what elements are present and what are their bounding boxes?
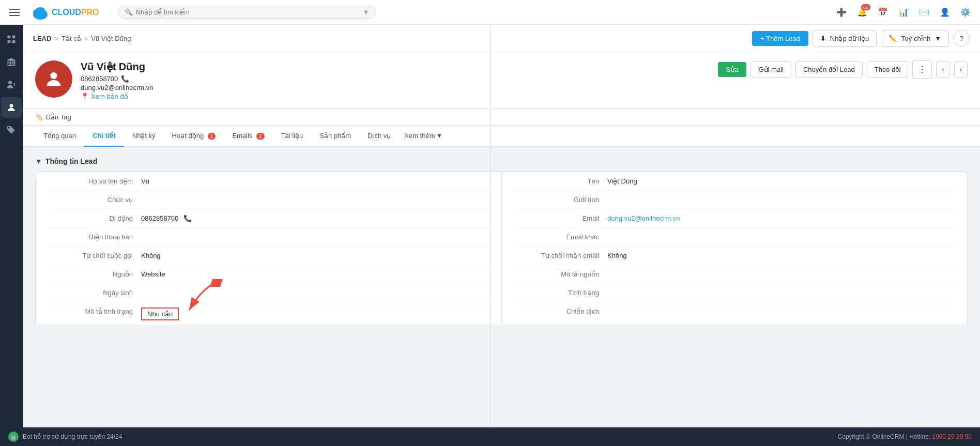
add-button[interactable]: ➕ [833, 4, 850, 21]
tag-button[interactable]: 🏷️ Gắn Tag [35, 113, 968, 125]
tab-emails[interactable]: Emails 1 [224, 126, 272, 147]
svg-rect-4 [12, 36, 16, 39]
breadcrumb-sep2: > [84, 35, 88, 42]
value-ten: Việt Dũng [607, 177, 955, 185]
tab-dichvu[interactable]: Dịch vụ [359, 126, 399, 147]
add-lead-button[interactable]: + Thêm Lead [752, 31, 808, 46]
convert-lead-button[interactable]: Chuyển đổi Lead [795, 61, 863, 78]
send-mail-button[interactable]: Gửi mail [751, 61, 791, 78]
sidebar-item-contacts[interactable] [1, 74, 22, 95]
breadcrumb-all[interactable]: Tất cả [62, 35, 81, 42]
info-grid: Họ và tên đệm Vũ Chức vụ Di động 0862858… [36, 172, 967, 326]
search-input[interactable] [136, 8, 360, 16]
field-di-dong: Di động 0862858700 📞 [48, 209, 489, 228]
tab-nhatky[interactable]: Nhật ký [124, 126, 164, 147]
copyright: Copyright © OnlineCRM | Hotline: 1900 29… [838, 433, 972, 440]
profile-map-link[interactable]: 📍 Xem bản đồ [81, 93, 718, 100]
tab-xemthem[interactable]: Xem thêm ▼ [399, 126, 448, 147]
label-ho-va-ten-dem: Họ và tên đệm [48, 177, 141, 185]
label-mo-ta-tinh-trang: Mô tả tình trạng [48, 307, 141, 315]
notification-badge: 65 [861, 4, 870, 10]
value-mo-ta-tinh-trang: Nhu cầu [141, 307, 489, 320]
field-tu-choi-nhan-email: Từ chối nhận email Không [514, 247, 955, 265]
value-tu-choi-nhan-email: Không [607, 252, 955, 259]
menu-button[interactable] [6, 4, 23, 21]
help-button[interactable]: ? [953, 30, 970, 47]
map-pin-icon: 📍 [81, 93, 89, 100]
label-email: Email [514, 214, 607, 222]
tab-chitiet[interactable]: Chi tiết [84, 126, 124, 147]
next-button[interactable]: › [954, 61, 968, 78]
svg-point-8 [10, 104, 13, 107]
breadcrumb-sep1: > [54, 35, 58, 42]
avatar [35, 60, 72, 98]
section-toggle-icon[interactable]: ▼ [35, 157, 42, 165]
phone-call-icon[interactable]: 📞 [183, 214, 192, 222]
field-tinh-trang: Tình trạng [514, 284, 955, 302]
tab-hoatdong[interactable]: Hoạt động 1 [164, 126, 224, 147]
search-bar: 🔍 ▼ [118, 6, 376, 19]
chevron-down-icon: ▼ [436, 132, 443, 140]
profile-header: Vũ Việt Dũng 0862858700 📞 dung.vu2@onlin… [23, 52, 980, 109]
search-dropdown-arrow[interactable]: ▼ [363, 8, 370, 16]
sidebar-item-tag[interactable] [1, 120, 22, 141]
field-nguon: Nguồn Website [48, 265, 489, 284]
tab-tailieu[interactable]: Tài liệu [273, 126, 312, 147]
field-ho-va-ten-dem: Họ và tên đệm Vũ [48, 172, 489, 191]
edit-button[interactable]: Sửa [718, 62, 747, 77]
user-profile-icon[interactable]: 👤 [937, 4, 953, 21]
search-icon: 🔍 [125, 8, 133, 16]
field-gioi-tinh: Giới tính [514, 191, 955, 209]
prev-button[interactable]: ‹ [936, 61, 950, 78]
phone-icon: 📞 [121, 75, 129, 83]
bot-icon: 🤖 [8, 432, 19, 442]
import-button[interactable]: ⬇ Nhập dữ liệu [813, 30, 877, 47]
tab-tongguan[interactable]: Tổng quan [35, 126, 84, 147]
hotline[interactable]: 1900 29 29 90 [932, 433, 972, 440]
field-dien-thoai-ban: Điện thoại bàn [48, 228, 489, 247]
mail-icon[interactable]: ✉️ [916, 4, 932, 21]
logo-pro: PRO [81, 8, 99, 17]
breadcrumb-current: Vũ Việt Dũng [91, 35, 131, 42]
help-label: ? [959, 35, 963, 42]
field-ngay-sinh: Ngày sinh [48, 284, 489, 302]
bell-icon[interactable]: 🔔 65 [854, 4, 870, 21]
value-ho-va-ten-dem: Vũ [141, 177, 489, 185]
svg-point-7 [8, 81, 12, 85]
settings-icon[interactable]: ⚙️ [957, 4, 974, 21]
svg-rect-5 [8, 40, 11, 43]
tabs-bar: Tổng quan Chi tiết Nhật ký Hoạt động 1 E… [23, 126, 980, 147]
label-gioi-tinh: Giới tính [514, 196, 607, 204]
chart-icon[interactable]: 📊 [895, 4, 912, 21]
sidebar-item-lead[interactable] [1, 97, 22, 118]
bottom-bar: 🤖 Bot hỗ trợ sử dụng trực tuyến 24/24 Co… [0, 427, 980, 446]
calendar-icon[interactable]: 📅 [875, 4, 891, 21]
customize-button[interactable]: ✏️ Tuỳ chỉnh ▼ [881, 30, 949, 47]
logo-cloud: CLOUD [52, 8, 81, 17]
breadcrumb-bar: LEAD > Tất cả > Vũ Việt Dũng + Thêm Lead… [23, 25, 980, 52]
more-options-button[interactable]: ⋮ [912, 60, 932, 79]
profile-email-display: dung.vu2@onlinecrm.vn [81, 84, 718, 91]
label-email-khac: Email khác [514, 233, 607, 241]
breadcrumb: LEAD > Tất cả > Vũ Việt Dũng [33, 35, 131, 42]
profile-name: Vũ Việt Dũng [81, 60, 718, 73]
value-email[interactable]: dung.vu2@onlinecrm.vn [607, 214, 955, 222]
field-email-khac: Email khác [514, 228, 955, 247]
svg-rect-6 [12, 40, 16, 43]
tab-sanpham[interactable]: Sản phẩm [311, 126, 359, 147]
value-di-dong: 0862858700 📞 [141, 214, 489, 222]
field-ten: Tên Việt Dũng [514, 172, 955, 191]
sidebar-item-overview[interactable] [1, 29, 22, 50]
customize-label: Tuỳ chỉnh [901, 35, 930, 42]
label-tu-choi-cuoc-goi: Từ chối cuộc gọi [48, 252, 141, 259]
sidebar-item-company[interactable] [1, 52, 22, 72]
value-tu-choi-cuoc-goi: Không [141, 252, 489, 259]
field-mo-ta-nguon: Mô tả nguồn [514, 265, 955, 284]
import-label: Nhập dữ liệu [830, 35, 869, 42]
field-email: Email dung.vu2@onlinecrm.vn [514, 209, 955, 228]
follow-button[interactable]: Theo dõi [867, 61, 909, 78]
profile-actions: Sửa Gửi mail Chuyển đổi Lead Theo dõi ⋮ … [718, 60, 968, 79]
label-chien-dich: Chiến dịch [514, 307, 607, 315]
info-col-left: Họ và tên đệm Vũ Chức vụ Di động 0862858… [36, 172, 501, 326]
breadcrumb-actions: + Thêm Lead ⬇ Nhập dữ liệu ✏️ Tuỳ chỉnh … [752, 30, 970, 47]
